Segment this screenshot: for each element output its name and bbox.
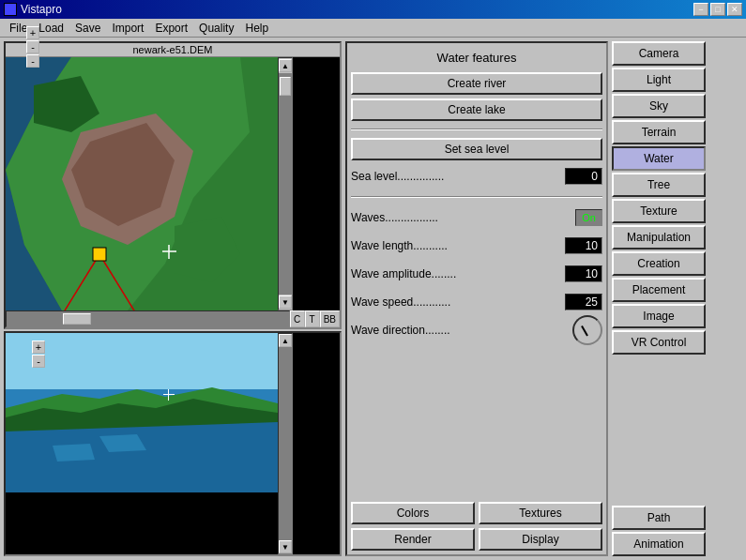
dial-indicator — [581, 325, 588, 336]
zoom-out-btn[interactable]: - — [26, 40, 39, 53]
tree-btn[interactable]: Tree — [612, 173, 706, 197]
textures-button[interactable]: Textures — [479, 502, 602, 524]
map-title: newark-e51.DEM — [6, 43, 340, 57]
bb-button[interactable]: BB — [320, 310, 340, 327]
wave-amplitude-value[interactable]: 10 — [565, 265, 602, 282]
water-btn[interactable]: Water — [612, 146, 706, 171]
sea-level-label: Sea level............... — [351, 170, 565, 183]
wave-length-row: Wave length........... 10 — [351, 235, 602, 256]
separator-2 — [351, 196, 602, 198]
wave-direction-dial[interactable] — [572, 315, 602, 345]
water-features-panel: Water features Create river Create lake … — [345, 41, 608, 556]
wave-length-label: Wave length........... — [351, 239, 565, 252]
ct-buttons: C T — [290, 310, 320, 327]
sea-level-value[interactable]: 0 — [565, 168, 602, 185]
camera-btn[interactable]: Camera — [612, 41, 706, 66]
waves-toggle[interactable]: On — [575, 209, 602, 226]
preview-zoom-controls: + - — [32, 341, 45, 368]
zoom-out2-btn[interactable]: - — [26, 54, 39, 68]
placement-btn[interactable]: Placement — [612, 278, 706, 302]
map-view[interactable] — [6, 57, 278, 310]
svg-marker-18 — [53, 444, 95, 462]
map-container: newark-e51.DEM — [4, 41, 342, 329]
wave-speed-label: Wave speed............ — [351, 295, 565, 309]
colors-button[interactable]: Colors — [351, 502, 475, 524]
menu-save[interactable]: Save — [69, 21, 106, 36]
preview-scroll-down[interactable]: ▼ — [279, 540, 292, 553]
bottom-section: Colors Textures Render Display — [351, 502, 602, 551]
map-v-scrollbar[interactable]: ▲ ▼ — [278, 57, 293, 310]
maximize-button[interactable]: □ — [710, 3, 725, 16]
render-display-row: Render Display — [351, 528, 602, 551]
render-button[interactable]: Render — [351, 528, 475, 551]
h-scroll-thumb[interactable] — [63, 313, 91, 325]
wave-direction-label: Wave direction........ — [351, 324, 572, 337]
terrain-btn[interactable]: Terrain — [612, 120, 706, 144]
wave-speed-value[interactable]: 25 — [565, 294, 602, 310]
set-sea-level-button[interactable]: Set sea level — [351, 138, 602, 160]
menu-help[interactable]: Help — [239, 21, 274, 36]
preview-scroll-up[interactable]: ▲ — [279, 334, 292, 347]
preview-v-scrollbar[interactable]: ▲ ▼ — [278, 333, 293, 554]
close-button[interactable]: ✕ — [727, 3, 742, 16]
waves-row: Waves................. On — [351, 207, 602, 228]
scroll-up-btn[interactable]: ▲ — [279, 59, 292, 72]
preview-svg — [6, 333, 278, 492]
menu-quality[interactable]: Quality — [193, 21, 239, 36]
sea-level-row: Sea level............... 0 — [351, 166, 602, 187]
app-title: Vistapro — [21, 3, 62, 16]
svg-rect-9 — [93, 248, 106, 261]
preview-with-scrollbar: ▲ ▼ — [6, 333, 340, 554]
menu-import[interactable]: Import — [106, 21, 149, 36]
menu-export[interactable]: Export — [149, 21, 193, 36]
light-btn[interactable]: Light — [612, 68, 706, 92]
app-icon — [4, 3, 17, 16]
colors-textures-row: Colors Textures — [351, 502, 602, 524]
svg-marker-16 — [6, 422, 278, 492]
wave-length-value[interactable]: 10 — [565, 237, 602, 254]
map-with-scrollbar: ▲ ▼ — [6, 57, 340, 310]
vr-control-btn[interactable]: VR Control — [612, 330, 706, 355]
display-button[interactable]: Display — [479, 528, 602, 551]
create-river-button[interactable]: Create river — [351, 72, 602, 95]
separator-1 — [351, 129, 602, 130]
scroll-down-btn[interactable]: ▼ — [279, 295, 292, 309]
preview-container: ▲ ▼ + - — [4, 331, 342, 556]
wave-speed-row: Wave speed............ 25 — [351, 292, 602, 312]
right-panel: Camera Light Sky Terrain Water Tree Text… — [612, 41, 706, 556]
animation-btn[interactable]: Animation — [612, 532, 706, 556]
zoom-controls: + - - — [26, 26, 39, 68]
preview-zoom-out[interactable]: - — [32, 355, 45, 368]
wave-amplitude-label: Wave amplitude........ — [351, 267, 565, 280]
waves-label: Waves................. — [351, 211, 575, 224]
main-content: newark-e51.DEM — [0, 38, 746, 560]
manipulation-btn[interactable]: Manipulation — [612, 225, 706, 250]
minimize-button[interactable]: − — [693, 3, 708, 16]
title-bar-left: Vistapro — [4, 3, 62, 16]
path-btn[interactable]: Path — [612, 506, 706, 530]
create-lake-button[interactable]: Create lake — [351, 98, 602, 121]
wave-amplitude-row: Wave amplitude........ 10 — [351, 264, 602, 284]
svg-rect-12 — [6, 333, 278, 389]
map-svg — [6, 57, 278, 310]
t-button[interactable]: T — [305, 310, 320, 327]
preview-view[interactable] — [6, 333, 278, 492]
wave-direction-row: Wave direction........ — [351, 320, 602, 341]
preview-zoom-in[interactable]: + — [32, 341, 45, 354]
image-btn[interactable]: Image — [612, 304, 706, 328]
title-bar: Vistapro − □ ✕ — [0, 0, 746, 19]
map-bottom-row: C T BB — [6, 310, 340, 327]
left-panel: newark-e51.DEM — [4, 41, 342, 556]
sky-btn[interactable]: Sky — [612, 94, 706, 118]
panel-title: Water features — [351, 47, 602, 68]
c-button[interactable]: C — [290, 310, 305, 327]
title-bar-controls: − □ ✕ — [693, 3, 742, 16]
texture-btn[interactable]: Texture — [612, 199, 706, 223]
v-scroll-thumb[interactable] — [280, 77, 291, 96]
creation-btn[interactable]: Creation — [612, 251, 706, 276]
zoom-in-btn[interactable]: + — [26, 26, 39, 39]
menu-bar: File Load Save Import Export Quality Hel… — [0, 19, 746, 38]
h-scrollbar[interactable] — [6, 310, 290, 327]
